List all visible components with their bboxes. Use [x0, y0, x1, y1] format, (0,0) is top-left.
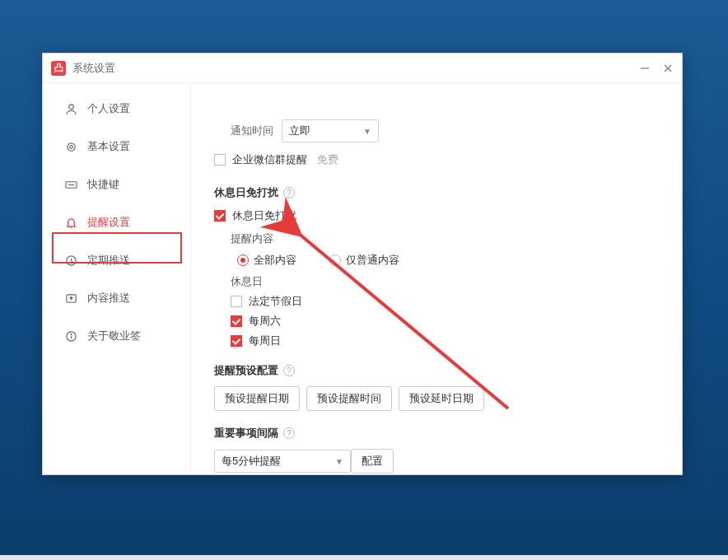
taskbar	[0, 555, 728, 560]
sidebar-item-content-push[interactable]: 内容推送	[43, 279, 190, 317]
notify-time-select[interactable]: 立即 ▼	[282, 119, 379, 142]
info-icon	[64, 329, 77, 343]
dnd-section-title: 休息日免打扰 ?	[214, 185, 659, 200]
help-icon[interactable]: ?	[283, 187, 295, 198]
window-controls	[639, 63, 674, 74]
sidebar-item-label: 定期推送	[87, 253, 130, 268]
holiday-checkbox[interactable]	[231, 296, 242, 307]
dnd-title-text: 休息日免打扰	[214, 185, 278, 200]
sidebar-item-label: 基本设置	[87, 139, 130, 154]
sidebar-item-basic[interactable]: 基本设置	[43, 128, 190, 166]
sidebar-item-schedule-push[interactable]: 定期推送	[43, 241, 190, 279]
sunday-checkbox[interactable]	[231, 335, 242, 347]
sidebar-item-label: 内容推送	[87, 291, 130, 306]
sidebar-item-personal[interactable]: 个人设置	[43, 90, 190, 128]
interval-config-button[interactable]: 配置	[351, 449, 394, 474]
minimize-button[interactable]	[639, 63, 651, 74]
bell-icon	[64, 216, 77, 229]
preset-date-button[interactable]: 预设提醒日期	[214, 386, 300, 411]
close-button[interactable]	[662, 63, 674, 74]
sidebar-item-about[interactable]: 关于敬业签	[43, 317, 190, 355]
settings-window: 凸 系统设置 个人设置 基本设置	[42, 53, 683, 475]
notify-time-row: 通知时间 立即 ▼	[214, 119, 659, 142]
preset-time-button[interactable]: 预设提醒时间	[306, 386, 392, 411]
saturday-row: 每周六	[231, 314, 659, 329]
dnd-master-label: 休息日免打扰	[232, 208, 296, 223]
dnd-content-radio-group: 全部内容 仅普通内容	[237, 253, 659, 268]
sidebar-item-reminder[interactable]: 提醒设置	[43, 203, 190, 241]
saturday-checkbox[interactable]	[231, 315, 242, 327]
content-panel: 通知时间 立即 ▼ 企业微信群提醒 免费 休息日免打扰 ? 休息日免打扰 提醒内…	[191, 83, 682, 474]
notify-time-value: 立即	[289, 124, 310, 138]
preset-delay-button[interactable]: 预设延时日期	[399, 386, 484, 411]
app-icon: 凸	[51, 61, 66, 76]
preset-buttons: 预设提醒日期 预设提醒时间 预设延时日期	[214, 386, 659, 411]
sidebar: 个人设置 基本设置 快捷键 提醒设置	[43, 83, 191, 474]
clock-icon	[64, 254, 77, 267]
interval-section-title: 重要事项间隔 ?	[214, 426, 659, 441]
svg-point-13	[71, 334, 72, 334]
notify-time-label: 通知时间	[214, 124, 273, 138]
radio-all-content[interactable]: 全部内容	[237, 253, 296, 268]
interval-title-text: 重要事项间隔	[214, 426, 278, 441]
keyboard-icon	[64, 178, 77, 191]
help-icon[interactable]: ?	[283, 427, 295, 439]
wechat-group-checkbox[interactable]	[214, 154, 226, 166]
radio-normal-input[interactable]	[329, 254, 341, 266]
dnd-content-label: 提醒内容	[231, 231, 659, 246]
window-body: 个人设置 基本设置 快捷键 提醒设置	[43, 83, 682, 474]
interval-select[interactable]: 每5分钟提醒 ▼	[214, 450, 351, 473]
notify-method-placeholder	[214, 91, 659, 114]
preset-section-title: 提醒预设配置 ?	[214, 363, 659, 378]
user-icon	[64, 102, 77, 115]
dnd-master-checkbox[interactable]	[214, 210, 226, 222]
radio-normal-label: 仅普通内容	[346, 253, 399, 268]
sidebar-item-label: 个人设置	[87, 101, 130, 116]
free-tag: 免费	[317, 152, 338, 167]
sidebar-item-label: 快捷键	[87, 177, 119, 192]
wechat-group-label: 企业微信群提醒	[232, 152, 307, 167]
svg-point-3	[68, 104, 73, 109]
wechat-group-row: 企业微信群提醒 免费	[214, 152, 659, 167]
radio-all-input[interactable]	[237, 254, 249, 266]
sunday-row: 每周日	[231, 334, 659, 348]
svg-point-5	[69, 145, 72, 148]
window-title: 系统设置	[72, 61, 639, 76]
radio-normal-only[interactable]: 仅普通内容	[329, 253, 399, 268]
sunday-label: 每周日	[249, 334, 281, 348]
sidebar-item-label: 提醒设置	[87, 215, 130, 230]
export-icon	[64, 292, 77, 305]
gear-icon	[64, 140, 77, 153]
dnd-master-row: 休息日免打扰	[214, 208, 659, 223]
radio-all-label: 全部内容	[254, 253, 296, 268]
sidebar-item-label: 关于敬业签	[87, 329, 141, 343]
saturday-label: 每周六	[249, 314, 281, 329]
restday-label: 休息日	[231, 274, 659, 289]
chevron-down-icon: ▼	[335, 457, 343, 466]
help-icon[interactable]: ?	[283, 365, 295, 376]
titlebar: 凸 系统设置	[43, 54, 682, 83]
sidebar-item-shortcuts[interactable]: 快捷键	[43, 166, 190, 203]
interval-row: 每5分钟提醒 ▼ 配置	[214, 449, 659, 474]
chevron-down-icon: ▼	[363, 127, 371, 136]
holiday-row: 法定节假日	[231, 294, 659, 309]
preset-title-text: 提醒预设配置	[214, 363, 278, 378]
holiday-label: 法定节假日	[249, 294, 302, 309]
svg-point-4	[67, 142, 74, 150]
interval-value: 每5分钟提醒	[222, 454, 281, 469]
